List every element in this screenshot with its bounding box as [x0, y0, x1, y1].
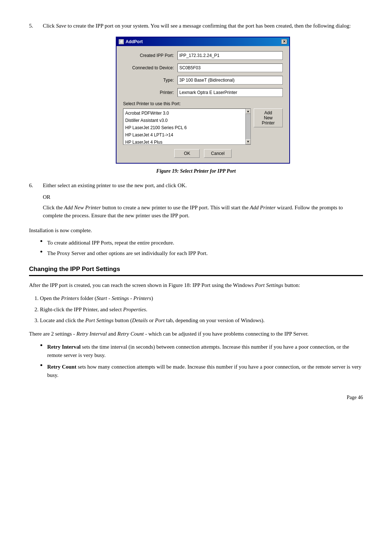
- section-heading: Changing the IPP Port Settings: [29, 266, 120, 272]
- section-intro: After the IPP port is created, you can r…: [29, 281, 363, 290]
- input-connected-device[interactable]: SC0B5F03: [177, 63, 283, 72]
- step-6-line: 6. Either select an existing printer to …: [29, 181, 363, 190]
- port-settings-italic-2: Port Settings: [85, 317, 114, 323]
- step-5-number: 5.: [29, 22, 39, 30]
- bullet-dot: •: [40, 248, 44, 258]
- list-item: • To create additional IPP Ports, repeat…: [40, 239, 363, 247]
- bullet-dot: •: [40, 361, 44, 379]
- port-settings-italic: Port Settings: [255, 282, 283, 288]
- input-type[interactable]: 3P 100 BaseT (Bidirectional): [177, 76, 283, 85]
- listbox-scrollbar[interactable]: ▲ ▼: [245, 109, 250, 144]
- field-connected-device: Connected to Device: SC0B5F03: [123, 63, 283, 72]
- scroll-down-arrow[interactable]: ▼: [246, 139, 251, 144]
- step-5-text: Click Save to create the IPP port on you…: [43, 22, 363, 30]
- label-created-ipp-port: Created IPP Port:: [123, 52, 177, 59]
- scroll-up-arrow[interactable]: ▲: [246, 109, 251, 114]
- numbered-steps-list: Open the Printers folder (Start - Settin…: [40, 294, 363, 325]
- retry-count-italic: Retry Count: [117, 331, 144, 337]
- bullet-text-2: The Proxy Server and other options are s…: [47, 249, 208, 258]
- printer-listbox[interactable]: Acrobat PDFWriter 3.0 Distiller Assistan…: [123, 109, 245, 144]
- settings-bullet-1: • Retry Interval sets the time interval …: [40, 343, 363, 359]
- step-6-click-text: Click the Add New Printer button to crea…: [43, 204, 363, 220]
- retry-interval-italic: Retry Interval: [76, 331, 107, 337]
- addport-dialog: 🖨 AddPort ✕ Created IPP Port: IPP_172.31…: [116, 37, 290, 164]
- dialog-content: Created IPP Port: IPP_172.31.2.24_P1 Con…: [117, 46, 289, 163]
- printers-italic: Printers: [61, 295, 79, 301]
- settings-bullet-2-text: Retry Count sets how many connection att…: [47, 363, 363, 379]
- label-printer: Printer:: [123, 89, 177, 96]
- properties-italic: Properties: [123, 307, 146, 312]
- select-printer-label: Select Printer to use this Port:: [123, 100, 283, 107]
- input-printer[interactable]: Lexmark Optra E LaserPrinter: [177, 88, 283, 97]
- select-printer-section: Select Printer to use this Port: Acrobat…: [123, 100, 283, 145]
- port-italic: Port: [155, 317, 165, 323]
- settings-bullet-2: • Retry Count sets how many connection a…: [40, 363, 363, 379]
- bullet-dot: •: [40, 237, 44, 247]
- retry-interval-bold: Retry Interval: [47, 344, 81, 350]
- list-item: • The Proxy Server and other options are…: [40, 249, 363, 258]
- dialog-bottom-buttons: OK Cancel: [123, 149, 283, 158]
- list-item[interactable]: Acrobat PDFWriter 3.0: [124, 110, 245, 117]
- numbered-step-1: Open the Printers folder (Start - Settin…: [40, 294, 363, 303]
- page-number: Page 46: [29, 394, 363, 401]
- settings-bullet-list: • Retry Interval sets the time interval …: [40, 343, 363, 379]
- start-settings-italic: Start - Settings - Printers: [97, 295, 151, 301]
- add-new-printer-italic: Add New Printer: [64, 205, 101, 210]
- bullet-dot: •: [40, 341, 44, 359]
- list-item[interactable]: HP LaserJet 4 Plus: [124, 139, 245, 144]
- numbered-step-3: Locate and click the Port Settings butto…: [40, 316, 363, 325]
- input-created-ipp-port[interactable]: IPP_172.31.2.24_P1: [177, 51, 283, 60]
- bullet-text-1: To create additional IPP Ports, repeat t…: [47, 239, 174, 247]
- label-connected-device: Connected to Device:: [123, 65, 177, 71]
- step-6-text: Either select an existing printer to use…: [43, 181, 363, 190]
- save-italic: Save: [56, 23, 66, 29]
- dialog-close-button[interactable]: ✕: [281, 39, 287, 44]
- label-type: Type:: [123, 77, 177, 83]
- step-5-line: 5. Click Save to create the IPP port on …: [29, 22, 363, 30]
- step-6-block: 6. Either select an existing printer to …: [29, 181, 363, 220]
- retry-count-bold: Retry Count: [47, 364, 76, 370]
- field-type: Type: 3P 100 BaseT (Bidirectional): [123, 76, 283, 85]
- add-printer-italic: Add Printer: [250, 205, 275, 210]
- bullet-list: • To create additional IPP Ports, repeat…: [40, 239, 363, 257]
- dialog-titlebar: 🖨 AddPort ✕: [117, 37, 289, 46]
- install-complete-text: Installation is now complete.: [29, 226, 363, 235]
- field-created-ipp-port: Created IPP Port: IPP_172.31.2.24_P1: [123, 51, 283, 60]
- field-printer: Printer: Lexmark Optra E LaserPrinter: [123, 88, 283, 97]
- dialog-title-text: AddPort: [126, 38, 143, 45]
- dialog-wrapper: 🖨 AddPort ✕ Created IPP Port: IPP_172.31…: [43, 37, 363, 164]
- scroll-track: [246, 114, 250, 139]
- settings-bullet-1-text: Retry Interval sets the time interval (i…: [47, 343, 363, 359]
- add-new-printer-button[interactable]: Add New Printer: [254, 108, 283, 127]
- section-heading-block: Changing the IPP Port Settings: [29, 264, 363, 276]
- cancel-button[interactable]: Cancel: [204, 149, 231, 158]
- figure-caption: Figure 19: Select Printer for IPP Port: [29, 167, 363, 175]
- step-6-number: 6.: [29, 181, 39, 190]
- list-item[interactable]: HP LaserJet 2100 Series PCL 6: [124, 124, 245, 131]
- settings-intro: There are 2 settings - Retry Interval an…: [29, 330, 363, 338]
- dialog-titlebar-left: 🖨 AddPort: [119, 38, 143, 45]
- numbered-step-2: Right-click the IPP Printer, and select …: [40, 305, 363, 314]
- ok-button[interactable]: OK: [174, 149, 200, 158]
- list-item[interactable]: Distiller Assistant v3.0: [124, 117, 245, 124]
- printer-listbox-container[interactable]: Acrobat PDFWriter 3.0 Distiller Assistan…: [123, 108, 251, 145]
- dialog-title-icon: 🖨: [119, 39, 124, 44]
- or-text: OR: [43, 193, 363, 201]
- list-item[interactable]: HP LaserJet 4 LPT1->14: [124, 131, 245, 139]
- step-5-block: 5. Click Save to create the IPP port on …: [29, 22, 363, 175]
- select-printer-row: Acrobat PDFWriter 3.0 Distiller Assistan…: [123, 108, 283, 145]
- details-italic: Details: [132, 317, 148, 323]
